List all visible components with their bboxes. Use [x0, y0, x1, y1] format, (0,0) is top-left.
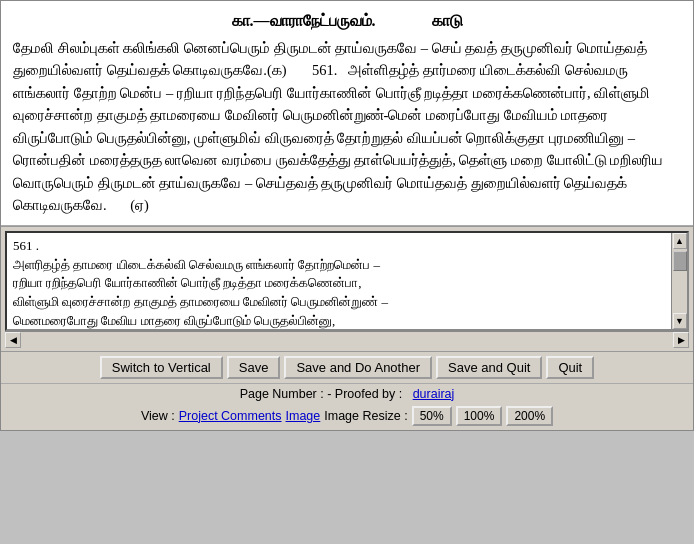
main-container: கா.—வாராநேட்பருவம். காடு தேமலி சிலம்புகள…	[0, 0, 694, 431]
button-row: Switch to Vertical Save Save and Do Anot…	[1, 351, 693, 383]
project-comments-link[interactable]: Project Comments	[179, 409, 282, 423]
title-right: காடு	[432, 12, 463, 29]
switch-to-vertical-button[interactable]: Switch to Vertical	[100, 356, 223, 379]
editor-inner: 561 . அளரிதழ்த் தாமரை யிடைக்கல்வி செல்வம…	[5, 231, 689, 331]
save-and-quit-button[interactable]: Save and Quit	[436, 356, 542, 379]
scroll-down-btn[interactable]: ▼	[673, 313, 687, 329]
scroll-left-btn[interactable]: ◀	[5, 332, 21, 348]
zoom-200-button[interactable]: 200%	[506, 406, 553, 426]
scroll-up-btn[interactable]: ▲	[673, 233, 687, 249]
page-number-label: Page Number : - Proofed by :	[240, 387, 403, 401]
view-row: View : Project Comments Image Image Resi…	[1, 404, 693, 430]
zoom-50-button[interactable]: 50%	[412, 406, 452, 426]
body-text: தேமலி சிலம்புகள் கலிங்கலி னெனப்பெரும் தி…	[13, 37, 681, 217]
scroll-thumb[interactable]	[673, 251, 687, 271]
scroll-h-track	[21, 332, 673, 347]
body-content: தேமலி சிலம்புகள் கலிங்கலி னெனப்பெரும் தி…	[13, 40, 663, 213]
horizontal-scrollbar[interactable]: ◀ ▶	[5, 331, 689, 347]
info-row: Page Number : - Proofed by : durairaj	[1, 383, 693, 404]
view-label: View :	[141, 409, 175, 423]
title-line: கா.—வாராநேட்பருவம். காடு	[13, 9, 681, 33]
editor-line-5: மெனமரைபோது மேவிய மாதரை விருப்போடும் பெரு…	[13, 312, 665, 329]
editor-line-1: 561 .	[13, 237, 665, 256]
quit-button[interactable]: Quit	[546, 356, 594, 379]
save-do-another-button[interactable]: Save and Do Another	[284, 356, 432, 379]
editor-section: 561 . அளரிதழ்த் தாமரை யிடைக்கல்வி செல்வம…	[1, 226, 693, 351]
image-link[interactable]: Image	[286, 409, 321, 423]
vertical-scrollbar[interactable]: ▲ ▼	[671, 233, 687, 329]
proofer-link[interactable]: durairaj	[413, 387, 455, 401]
scroll-right-btn[interactable]: ▶	[673, 332, 689, 348]
body-end: (ஏ)	[130, 197, 149, 213]
save-button[interactable]: Save	[227, 356, 281, 379]
editor-line-3: ரறியா ரறிந்தபெரி யோர்காணின் பொர்ஞீ றடித்…	[13, 274, 665, 293]
title-text: கா.—வாராநேட்பருவம்.	[232, 12, 376, 29]
image-resize-label: Image Resize :	[324, 409, 407, 423]
zoom-100-button[interactable]: 100%	[456, 406, 503, 426]
text-display-area: கா.—வாராநேட்பருவம். காடு தேமலி சிலம்புகள…	[1, 1, 693, 226]
editor-line-4: விள்ளுமி வுரைச்சான்ற தாகுமத் தாமரையை மேவ…	[13, 293, 665, 312]
editor-text-content[interactable]: 561 . அளரிதழ்த் தாமரை யிடைக்கல்வி செல்வம…	[7, 233, 671, 329]
editor-line-2: அளரிதழ்த் தாமரை யிடைக்கல்வி செல்வமரு ளங்…	[13, 256, 665, 275]
